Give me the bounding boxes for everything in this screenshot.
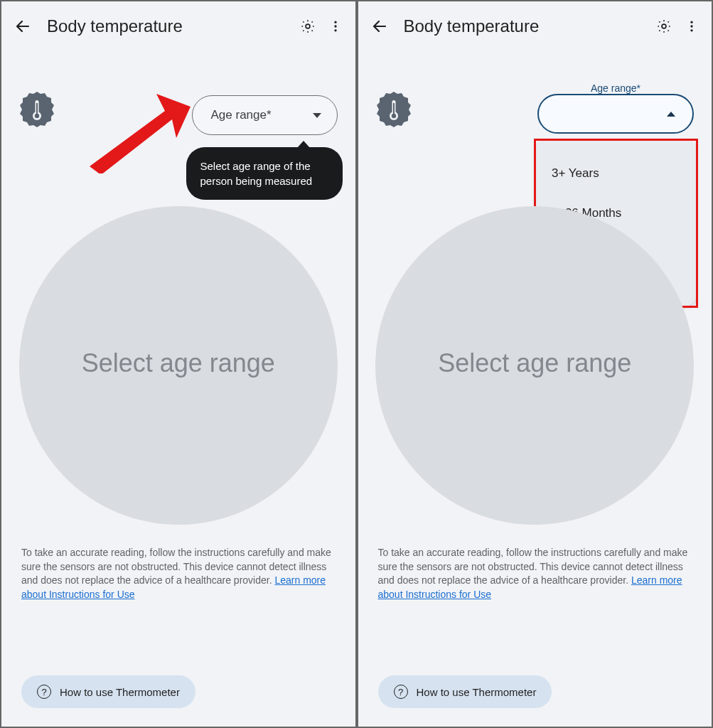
age-range-dropdown[interactable]: Age range* — [192, 95, 338, 135]
svg-point-18 — [391, 114, 395, 118]
svg-point-12 — [690, 21, 692, 23]
help-icon: ? — [394, 685, 408, 699]
header-bar: Body temperature — [358, 1, 712, 51]
svg-point-3 — [334, 25, 336, 27]
svg-point-2 — [334, 21, 336, 23]
svg-point-4 — [334, 29, 336, 31]
back-icon[interactable] — [14, 18, 31, 35]
help-chip[interactable]: ? How to use Thermometer — [378, 675, 552, 708]
reading-placeholder-text: Select age range — [358, 348, 712, 378]
thermometer-badge-icon — [17, 90, 57, 130]
page-title: Body temperature — [47, 16, 284, 36]
age-range-tooltip: Select age range of the person being mea… — [186, 147, 343, 200]
help-chip[interactable]: ? How to use Thermometer — [21, 675, 195, 708]
svg-point-11 — [662, 24, 666, 28]
dropdown-label: Age range* — [211, 108, 272, 122]
back-icon[interactable] — [371, 18, 388, 35]
gear-icon[interactable] — [300, 18, 316, 34]
svg-rect-17 — [393, 103, 395, 114]
svg-rect-7 — [36, 103, 38, 114]
more-icon[interactable] — [685, 19, 699, 33]
header-bar: Body temperature — [1, 1, 355, 51]
chevron-down-icon — [313, 113, 321, 118]
chevron-up-icon — [667, 112, 675, 117]
gear-icon[interactable] — [656, 18, 672, 34]
age-option-3plus[interactable]: 3+ Years — [536, 154, 696, 193]
age-range-dropdown-open[interactable] — [537, 94, 694, 134]
help-chip-label: How to use Thermometer — [417, 686, 537, 698]
svg-point-8 — [35, 114, 39, 118]
right-pane: Body temperature Age range* 3+ Years 3–3… — [358, 1, 712, 727]
svg-point-13 — [690, 25, 692, 27]
footer-copy: To take an accurate reading, follow the … — [378, 546, 692, 601]
thermometer-badge-icon — [374, 90, 414, 130]
left-pane: Body temperature Age range* Select age r… — [1, 1, 355, 727]
dropdown-floating-label: Age range* — [591, 82, 640, 94]
svg-point-14 — [690, 29, 692, 31]
reading-placeholder-text: Select age range — [1, 348, 355, 378]
footer-copy: To take an accurate reading, follow the … — [21, 546, 336, 601]
more-icon[interactable] — [328, 19, 343, 33]
svg-marker-9 — [90, 94, 191, 173]
help-chip-label: How to use Thermometer — [60, 686, 180, 698]
page-title: Body temperature — [404, 16, 641, 36]
svg-point-1 — [306, 24, 310, 28]
annotation-arrow — [85, 88, 199, 173]
help-icon: ? — [37, 685, 51, 699]
